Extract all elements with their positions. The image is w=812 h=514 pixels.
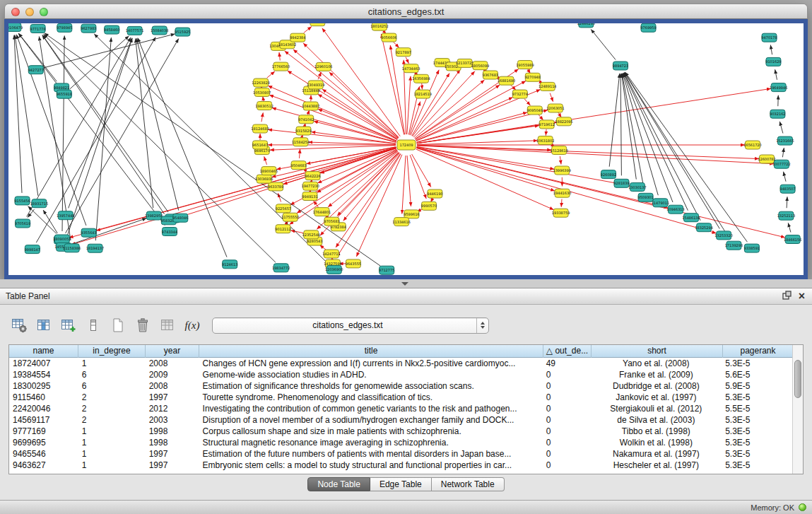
graph-node[interactable]: 9458460 [104, 25, 119, 34]
graph-node[interactable]: 19834772 [272, 264, 290, 272]
graph-node[interactable]: 10631802 [536, 136, 554, 145]
table-row[interactable]: 946362711997Embryonic stem cells: a mode… [9, 460, 792, 471]
graph-node[interactable]: 18056099 [471, 62, 489, 70]
graph-node[interactable]: 16561720 [743, 141, 761, 149]
graph-node[interactable]: 12352544 [302, 230, 320, 239]
graph-node[interactable]: 15128618 [550, 146, 567, 155]
graph-node[interactable]: 9642226 [305, 172, 320, 180]
vertical-scrollbar[interactable] [792, 345, 803, 474]
graph-node[interactable]: 18822095 [555, 117, 572, 126]
tab-edge-table[interactable]: Edge Table [370, 477, 432, 491]
graph-node[interactable]: 9095049 [527, 106, 543, 115]
graph-node[interactable]: 10530807 [253, 88, 271, 97]
create-column-button[interactable] [59, 316, 78, 334]
graph-node[interactable]: 18016252 [370, 23, 388, 30]
graph-node[interactable]: 19055989 [516, 61, 534, 69]
minimize-window-icon[interactable] [25, 8, 34, 16]
graph-node[interactable]: 9124613 [222, 260, 237, 269]
graph-node[interactable]: 9627983 [81, 24, 96, 33]
delete-column-button[interactable] [134, 316, 152, 334]
zoom-window-icon[interactable] [40, 8, 48, 16]
graph-node[interactable]: 9504683 [290, 161, 306, 170]
graph-node[interactable]: 9483507 [779, 185, 795, 193]
graph-node[interactable]: 9741042 [298, 115, 314, 124]
graph-node[interactable]: 18214519 [413, 90, 431, 98]
scrollbar-thumb[interactable] [794, 360, 801, 398]
graph-node[interactable]: 9712775 [379, 266, 394, 274]
graph-node[interactable]: 19106479 [8, 23, 23, 32]
tab-node-table[interactable]: Node Table [307, 477, 370, 491]
column-selector-button[interactable] [84, 316, 102, 334]
table-mode-button[interactable] [10, 316, 28, 334]
table-row[interactable]: 1872400712008Changes of HCN gene express… [9, 358, 792, 369]
column-header-year[interactable]: year [146, 345, 199, 358]
graph-node[interactable]: 9315829 [295, 127, 311, 135]
graph-node[interactable]: 18466156 [784, 235, 801, 244]
table-row[interactable]: 911546021997Tourette syndrome. Phenomeno… [9, 392, 792, 403]
graph-node[interactable]: 13957448 [57, 211, 74, 220]
graph-node[interactable]: 9643555 [346, 259, 361, 268]
graph-node[interactable]: 18325294 [695, 223, 712, 232]
graph-node[interactable]: 9990570 [421, 201, 437, 210]
graph-node[interactable]: 9515925 [175, 28, 190, 36]
column-header-pagerank[interactable]: pagerank [723, 345, 794, 358]
graph-node[interactable]: 12489114 [539, 82, 556, 90]
graph-node[interactable]: 9155456 [14, 197, 30, 205]
graph-node[interactable]: 13253320 [714, 231, 732, 240]
column-header-short[interactable]: short [592, 345, 723, 358]
graph-node[interactable]: 12263828 [252, 78, 269, 87]
graph-node[interactable]: 17255833 [309, 23, 326, 26]
graph-node[interactable]: 10077722 [772, 160, 790, 168]
table-row[interactable]: 946554611997Estimation of the future num… [9, 448, 792, 460]
graph-node[interactable]: 9446190 [427, 189, 442, 198]
graph-node[interactable]: 9367683 [483, 71, 498, 79]
network-canvas[interactable]: 9643555143275961424771192805431235254490… [8, 23, 804, 275]
delete-table-button[interactable] [158, 316, 177, 334]
graph-node[interactable]: 15084038 [151, 26, 168, 35]
graph-node[interactable]: 9225657 [276, 204, 291, 213]
graph-node[interactable]: 15486138 [682, 214, 700, 222]
hub-node[interactable]: 172409 [397, 140, 416, 150]
graph-node[interactable]: 18900465 [260, 167, 278, 175]
graph-node[interactable]: 13030137 [628, 183, 646, 192]
tab-network-table[interactable]: Network Table [432, 477, 505, 491]
graph-node[interactable]: 17139298 [725, 241, 743, 250]
graph-node[interactable]: 13036936 [255, 175, 273, 183]
graph-node[interactable]: 9655918 [57, 90, 72, 98]
graph-node[interactable]: 11158386 [63, 244, 81, 252]
graph-node[interactable]: 9705619 [15, 219, 30, 228]
graph-node[interactable]: 11584254 [292, 138, 310, 146]
graph-node[interactable]: 9338591 [744, 244, 760, 252]
graph-node[interactable]: 18194137 [86, 244, 104, 252]
graph-node[interactable]: 14077571 [126, 26, 143, 35]
graph-node[interactable]: 9769959 [640, 23, 656, 32]
close-window-icon[interactable] [11, 8, 20, 16]
graph-node[interactable]: 14734463 [402, 64, 420, 73]
table-row[interactable]: 2242004622012Investigating the contribut… [9, 403, 792, 414]
graph-node[interactable]: 9281839 [613, 179, 629, 187]
table-row[interactable]: 1830029562008Estimation of significance … [9, 380, 792, 392]
graph-node[interactable]: 18090051 [53, 235, 71, 243]
graph-node[interactable]: 13049319 [307, 81, 324, 89]
graph-node[interactable]: 11479011 [652, 199, 669, 207]
graph-node[interactable]: 9949131 [302, 192, 317, 201]
graph-node[interactable]: 9798945 [57, 23, 72, 32]
graph-node[interactable]: 12036900 [325, 265, 343, 274]
table-row[interactable]: 969969511998Structural magnetic resonanc… [9, 437, 792, 448]
graph-node[interactable]: 13996399 [553, 166, 570, 175]
graph-node[interactable]: 9894723 [613, 62, 628, 70]
graph-node[interactable]: 9260892 [601, 170, 616, 179]
graph-node[interactable]: 9270948 [525, 73, 541, 81]
graph-node[interactable]: 9719612 [539, 120, 555, 129]
float-panel-icon[interactable] [782, 290, 792, 303]
graph-node[interactable]: 11334616 [392, 218, 410, 226]
graph-node[interactable]: 17766560 [272, 62, 290, 71]
function-builder-button[interactable]: f(x) [183, 316, 201, 334]
close-panel-icon[interactable]: × [799, 291, 805, 302]
panel-splitter[interactable] [0, 279, 812, 288]
graph-node[interactable]: 16881690 [498, 76, 515, 85]
graph-node[interactable]: 9355643 [81, 228, 96, 237]
graph-node[interactable]: 9101629 [765, 57, 781, 66]
graph-node[interactable]: 9633789 [268, 182, 283, 191]
column-header-name[interactable]: name [9, 345, 78, 358]
